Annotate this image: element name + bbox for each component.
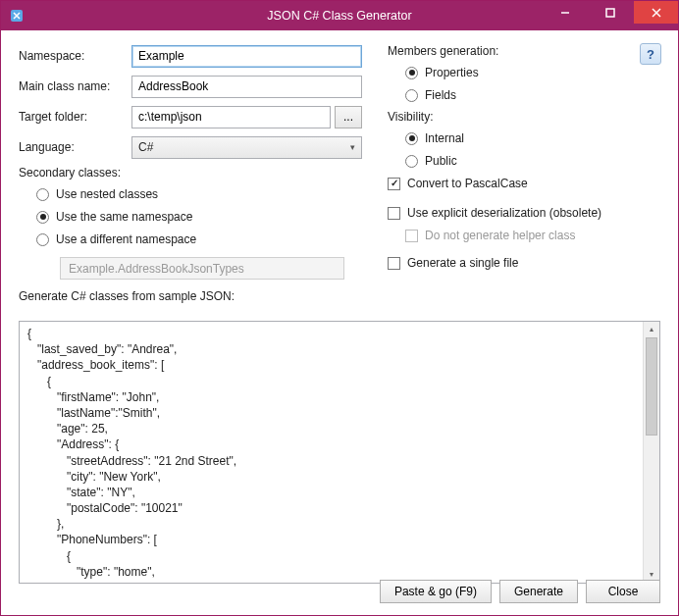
target-label: Target folder: (19, 110, 131, 124)
close-button[interactable]: Close (586, 580, 660, 603)
checkbox-icon (405, 230, 418, 242)
checkbox-label: Convert to PascalCase (407, 177, 528, 190)
check-pascalcase[interactable]: Convert to PascalCase (388, 175, 660, 192)
members-generation-label: Members generation: (388, 44, 660, 58)
scrollbar-thumb[interactable] (646, 337, 657, 436)
dialog-body: ? Namespace: Main class name: Target fol… (1, 30, 678, 615)
browse-button[interactable]: ... (335, 106, 362, 128)
app-window: JSON C# Class Generator ? Namespace: Ma (0, 0, 679, 616)
svg-rect-2 (606, 9, 614, 17)
radio-label: Public (425, 154, 457, 168)
radio-fields[interactable]: Fields (405, 86, 660, 104)
json-content: { "last_saved_by": "Andrea", "address_bo… (27, 327, 236, 584)
checkbox-label: Do not generate helper class (425, 229, 575, 242)
language-value: C# (138, 140, 153, 154)
mainclass-label: Main class name: (19, 79, 131, 93)
radio-icon (36, 233, 49, 246)
left-column: Namespace: Main class name: Target folde… (19, 44, 362, 283)
secondary-classes-label: Secondary classes: (19, 166, 362, 180)
help-button[interactable]: ? (640, 43, 661, 65)
check-single-file[interactable]: Generate a single file (388, 254, 660, 272)
radio-public[interactable]: Public (405, 152, 660, 170)
target-folder-input[interactable] (131, 106, 331, 128)
radio-label: Use a different namespace (56, 232, 196, 246)
generate-button[interactable]: Generate (499, 580, 578, 603)
radio-icon (36, 188, 49, 201)
generate-classes-label: Generate C# classes from sample JSON: (19, 289, 660, 303)
window-controls (543, 1, 678, 30)
checkbox-icon (388, 207, 400, 220)
check-explicit-deserialization[interactable]: Use explicit deserialization (obsolete) (388, 204, 660, 222)
radio-different-namespace[interactable]: Use a different namespace (36, 231, 362, 248)
visibility-label: Visibility: (388, 110, 660, 124)
radio-label: Properties (425, 66, 479, 79)
namespace-input[interactable] (131, 45, 362, 68)
vertical-scrollbar[interactable]: ▴▾ (643, 322, 659, 583)
check-no-helper-class: Do not generate helper class (405, 227, 660, 244)
radio-label: Use nested classes (56, 187, 158, 201)
radio-icon (405, 67, 418, 79)
radio-internal[interactable]: Internal (405, 129, 660, 147)
json-sample-textarea[interactable]: { "last_saved_by": "Andrea", "address_bo… (19, 321, 660, 584)
maximize-button[interactable] (588, 1, 633, 24)
language-label: Language: (19, 140, 131, 154)
language-combo[interactable]: C# ▾ (131, 136, 362, 159)
radio-properties[interactable]: Properties (405, 64, 660, 81)
button-bar: Paste & go (F9) Generate Close (380, 580, 660, 603)
radio-icon (405, 132, 418, 145)
paste-and-go-button[interactable]: Paste & go (F9) (380, 580, 492, 603)
different-namespace-input (60, 257, 344, 280)
checkbox-label: Use explicit deserialization (obsolete) (407, 206, 601, 220)
checkbox-label: Generate a single file (407, 256, 518, 270)
mainclass-input[interactable] (131, 76, 362, 98)
radio-icon (36, 211, 49, 224)
radio-nested-classes[interactable]: Use nested classes (36, 185, 362, 203)
scroll-up-icon[interactable]: ▴ (644, 322, 659, 337)
radio-label: Fields (425, 88, 456, 102)
app-icon (9, 8, 25, 24)
checkbox-icon (388, 257, 400, 270)
minimize-button[interactable] (543, 1, 588, 24)
radio-icon (405, 89, 418, 102)
titlebar[interactable]: JSON C# Class Generator (1, 1, 678, 30)
radio-same-namespace[interactable]: Use the same namespace (36, 208, 362, 226)
right-column: Members generation: Properties Fields Vi… (362, 44, 660, 283)
chevron-down-icon: ▾ (350, 142, 355, 152)
radio-label: Use the same namespace (56, 210, 192, 224)
checkbox-icon (388, 178, 400, 190)
radio-icon (405, 155, 418, 168)
close-window-button[interactable] (633, 1, 678, 24)
radio-label: Internal (425, 131, 464, 145)
namespace-label: Namespace: (19, 49, 131, 63)
